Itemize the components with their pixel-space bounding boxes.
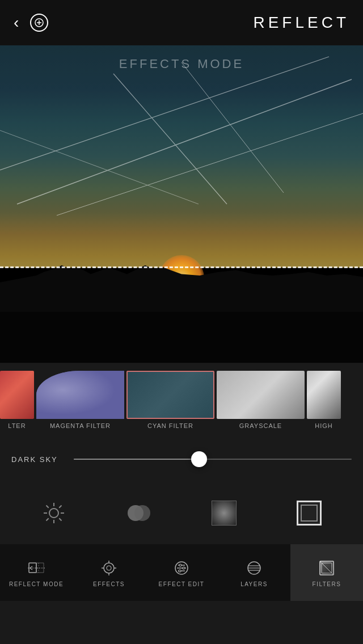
border-tool[interactable]	[289, 493, 329, 533]
filter-label-high: HIGH	[315, 422, 333, 429]
nav-label-effects: EFFECTS	[93, 581, 125, 587]
filter-thumb-magenta	[36, 371, 124, 419]
filter-thumb-grayscale	[217, 371, 305, 419]
image-area: EFFECTS MODE	[0, 45, 363, 363]
dark-sky-slider[interactable]	[74, 459, 352, 460]
nav-label-filters: FILTERS	[313, 581, 341, 587]
vignette-tool[interactable]	[204, 493, 244, 533]
svg-line-3	[17, 79, 352, 204]
svg-line-16	[59, 506, 61, 508]
bottom-nav: REFLECT MODE EFFECTS	[0, 544, 363, 601]
tools-row	[0, 482, 363, 544]
svg-point-25	[107, 566, 111, 570]
svg-line-14	[47, 506, 49, 508]
zoom-button[interactable]	[30, 14, 48, 32]
filter-thumb-red	[0, 371, 34, 419]
back-button[interactable]: ‹	[14, 14, 19, 32]
border-icon	[297, 501, 322, 526]
svg-rect-39	[320, 561, 334, 575]
contrails	[0, 45, 363, 268]
header: ‹ REFLECT	[0, 0, 363, 45]
filter-strip: LTER MAGENTA FILTER CYAN FILTER GRAYSCAL…	[0, 363, 363, 437]
effects-icon	[99, 558, 119, 578]
nav-label-effect-edit: EFFECT EDIT	[159, 581, 205, 587]
filter-item-magenta[interactable]: MAGENTA FILTER	[36, 371, 124, 429]
slider-area: DARK SKY	[0, 437, 363, 482]
filter-item-grayscale[interactable]: GRAYSCALE	[217, 371, 305, 429]
nav-label-layers: LAYERS	[240, 581, 268, 587]
nav-item-effect-edit[interactable]: EFFECT EDIT	[145, 544, 218, 601]
filter-label-red: LTER	[8, 422, 26, 429]
reflect-mode-icon	[27, 558, 46, 578]
filters-icon	[317, 558, 336, 578]
effect-edit-icon	[172, 558, 191, 578]
svg-line-6	[113, 74, 227, 204]
svg-point-32	[179, 570, 181, 572]
border-icon-inner	[301, 505, 318, 522]
filter-label-grayscale: GRAYSCALE	[239, 422, 282, 429]
blend-tool[interactable]	[119, 493, 159, 533]
svg-line-17	[47, 518, 49, 520]
nav-item-layers[interactable]: LAYERS	[218, 544, 290, 601]
watermark-text: EFFECTS MODE	[119, 57, 244, 71]
svg-point-20	[104, 563, 114, 573]
filter-item-cyan[interactable]: CYAN FILTER	[126, 371, 214, 429]
svg-point-30	[179, 564, 182, 566]
nav-label-reflect-mode: REFLECT MODE	[9, 581, 64, 587]
sun-icon	[41, 501, 66, 526]
nav-item-filters[interactable]: FILTERS	[290, 544, 363, 601]
vignette-icon	[212, 501, 237, 526]
svg-point-9	[49, 509, 58, 518]
svg-line-15	[59, 518, 61, 520]
svg-line-7	[182, 62, 284, 193]
dashed-separator	[0, 266, 363, 268]
nav-item-reflect-mode[interactable]: REFLECT MODE	[0, 544, 73, 601]
filter-thumb-cyan	[126, 371, 214, 419]
slider-label: DARK SKY	[11, 455, 62, 464]
slider-thumb[interactable]	[191, 451, 207, 467]
layers-icon	[244, 558, 264, 578]
svg-line-8	[0, 130, 199, 204]
app-title: REFLECT	[253, 14, 349, 32]
brightness-tool[interactable]	[34, 493, 74, 533]
filter-item-red-partial[interactable]: LTER	[0, 371, 34, 429]
slider-fill	[74, 459, 199, 460]
svg-point-31	[183, 567, 185, 569]
filter-item-high-partial[interactable]: HIGH	[307, 371, 341, 429]
filter-thumb-high	[307, 371, 341, 419]
filter-label-cyan: CYAN FILTER	[147, 422, 193, 429]
nav-item-effects[interactable]: EFFECTS	[73, 544, 145, 601]
blend-circle-2	[134, 505, 150, 521]
blend-icon	[126, 501, 151, 526]
ground-base	[0, 312, 363, 363]
filter-label-magenta: MAGENTA FILTER	[50, 422, 111, 429]
header-left: ‹	[14, 14, 48, 32]
svg-line-5	[57, 113, 363, 215]
svg-line-4	[0, 57, 329, 170]
